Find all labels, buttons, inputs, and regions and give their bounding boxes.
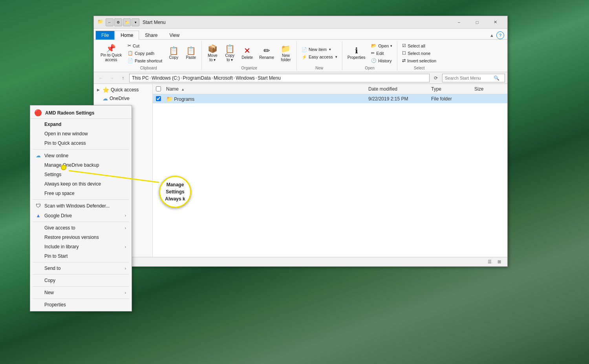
expand-icon: ▶ (97, 88, 101, 92)
path-windows[interactable]: Windows (236, 75, 255, 81)
status-bar: 1 item selected ☰ ⊞ (94, 257, 507, 266)
new-item-arrow: ▾ (329, 47, 331, 51)
path-windows-c[interactable]: Windows (C:) (152, 75, 180, 81)
google-drive-icon: ▲ (36, 213, 42, 218)
quick-access-icon: ⭐ (102, 87, 109, 93)
row-date: 9/22/2019 2:15 PM (366, 96, 429, 102)
properties-btn[interactable]: ℹ Properties (345, 42, 368, 65)
header-check[interactable] (153, 86, 164, 91)
refresh-btn[interactable]: ⟳ (431, 74, 441, 82)
new-item-btn[interactable]: 📄 New item ▾ (299, 46, 340, 53)
ctx-send-label: Send to (44, 266, 60, 271)
qs-dropdown-btn[interactable]: ▾ (132, 18, 139, 26)
ctx-props-label: Properties (44, 302, 66, 308)
sidebar-item-quick-access[interactable]: ▶ ⭐ Quick access (94, 86, 152, 94)
copy-btn[interactable]: 📋 Copy (165, 42, 182, 65)
ctx-copy[interactable]: Copy (30, 276, 132, 285)
ctx-properties[interactable]: Properties (30, 300, 132, 309)
path-microsoft[interactable]: Microsoft (214, 75, 233, 81)
ctx-new[interactable]: New › (30, 288, 132, 297)
qs-properties-btn[interactable]: ⚙ (114, 18, 122, 26)
ctx-library-label: Include in library (44, 244, 79, 249)
maximize-button[interactable]: □ (468, 16, 486, 29)
ribbon-collapse-btn[interactable]: ▲ (490, 33, 494, 38)
delete-btn[interactable]: ✕ Delete (239, 42, 256, 65)
edit-icon: ✏ (371, 51, 375, 56)
pin-to-quick-access-btn[interactable]: 📌 Pin to Quickaccess (98, 42, 124, 65)
ribbon: File Home Share View ▲ ? 📌 Pin to Quicka… (94, 29, 507, 72)
clipboard-group: 📌 Pin to Quickaccess ✂ Cut 📋 Copy path (96, 41, 202, 70)
address-path[interactable]: This PC › Windows (C:) › ProgramData › M… (129, 74, 430, 82)
paste-btn[interactable]: 📋 Paste (183, 42, 199, 65)
ctx-manage-onedrive[interactable]: Manage OneDrive backup (30, 160, 132, 170)
table-row[interactable]: 📁 Programs 9/22/2019 2:15 PM File folder (153, 94, 507, 104)
path-programdata[interactable]: ProgramData (183, 75, 210, 81)
qs-back-btn[interactable]: ← (106, 18, 113, 26)
ctx-sep6 (33, 286, 129, 287)
back-btn[interactable]: ← (96, 74, 106, 82)
up-btn[interactable]: ↑ (118, 74, 128, 82)
path-start-menu[interactable]: Start Menu (258, 75, 281, 81)
qs-new-folder-btn[interactable]: 📁 (123, 18, 131, 26)
select-all-label: Select all (408, 44, 425, 48)
view-details-btn[interactable]: ☰ (485, 258, 494, 266)
close-button[interactable]: ✕ (486, 16, 504, 29)
paste-shortcut-btn[interactable]: 📄 Paste shortcut (125, 57, 165, 64)
row-check[interactable] (153, 96, 164, 101)
ctx-pin-start[interactable]: Pin to Start (30, 251, 132, 261)
tab-view[interactable]: View (163, 31, 185, 40)
header-date[interactable]: Date modified (366, 86, 429, 92)
ctx-pin-quick-access[interactable]: Pin to Quick access (30, 138, 132, 148)
ctx-open-new-window[interactable]: Open in new window (30, 129, 132, 138)
tab-share[interactable]: Share (139, 31, 163, 40)
easy-access-btn[interactable]: ⚡ Easy access ▾ (299, 53, 340, 60)
forward-btn[interactable]: → (107, 74, 117, 82)
ctx-include-library[interactable]: Include in library › (30, 242, 132, 251)
copy-path-btn[interactable]: 📋 Copy path (125, 50, 165, 57)
move-to-btn[interactable]: 📦 Moveto ▾ (204, 42, 221, 65)
ctx-restore-versions[interactable]: Restore previous versions (30, 233, 132, 242)
ctx-google-drive[interactable]: ▲ Google Drive › (30, 211, 132, 220)
copy-icon: 📋 (169, 47, 179, 55)
search-input[interactable] (445, 76, 492, 80)
ctx-settings[interactable]: Settings (30, 170, 132, 179)
new-folder-btn[interactable]: 📁 Newfolder (278, 42, 294, 65)
edit-btn[interactable]: ✏ Edit (369, 50, 395, 57)
send-to-arrow: › (125, 266, 126, 271)
sidebar-item-onedrive[interactable]: ☁ OneDrive (94, 94, 152, 103)
copy-to-btn[interactable]: 📋 Copyto ▾ (221, 42, 238, 65)
new-label: New (299, 65, 340, 70)
copy-to-icon: 📋 (225, 45, 235, 53)
tab-home[interactable]: Home (115, 31, 139, 40)
help-btn[interactable]: ? (496, 31, 504, 39)
select-all-check[interactable] (156, 86, 161, 91)
row-checkbox[interactable] (156, 96, 161, 101)
delete-icon: ✕ (244, 47, 251, 55)
rename-btn[interactable]: ✏ Rename (256, 42, 277, 65)
ctx-scan-defender[interactable]: 🛡 Scan with Windows Defender... (30, 201, 132, 211)
ctx-always-keep[interactable]: Always keep on this device (30, 179, 132, 189)
ctx-view-online[interactable]: ☁ View online (30, 151, 132, 160)
path-this-pc[interactable]: This PC (132, 75, 149, 81)
ctx-free-space[interactable]: Free up space (30, 189, 132, 198)
ctx-expand[interactable]: Expand (30, 120, 132, 129)
ctx-send-to[interactable]: Send to › (30, 264, 132, 273)
minimize-button[interactable]: − (450, 16, 468, 29)
sep4: › (234, 76, 235, 80)
select-all-btn[interactable]: ☑ Select all (400, 42, 439, 49)
ctx-manage-left: Manage OneDrive backup (36, 162, 99, 168)
open-btn[interactable]: 📂 Open ▾ (369, 42, 395, 49)
ctx-pin-left: Pin to Quick access (36, 140, 86, 146)
view-tiles-btn[interactable]: ⊞ (495, 258, 503, 266)
cut-label: Cut (133, 44, 139, 48)
invert-selection-btn[interactable]: ⇄ Invert selection (400, 57, 439, 64)
header-name[interactable]: Name ▲ (164, 86, 366, 92)
cut-btn[interactable]: ✂ Cut (125, 42, 165, 49)
header-type[interactable]: Type (429, 86, 472, 92)
ctx-give-access[interactable]: Give access to › (30, 223, 132, 233)
history-btn[interactable]: 🕐 History (369, 57, 395, 64)
select-none-btn[interactable]: ☐ Select none (400, 50, 439, 57)
ctx-scan-left: 🛡 Scan with Windows Defender... (36, 203, 110, 209)
header-size[interactable]: Size (472, 86, 507, 92)
tab-file[interactable]: File (95, 31, 115, 40)
